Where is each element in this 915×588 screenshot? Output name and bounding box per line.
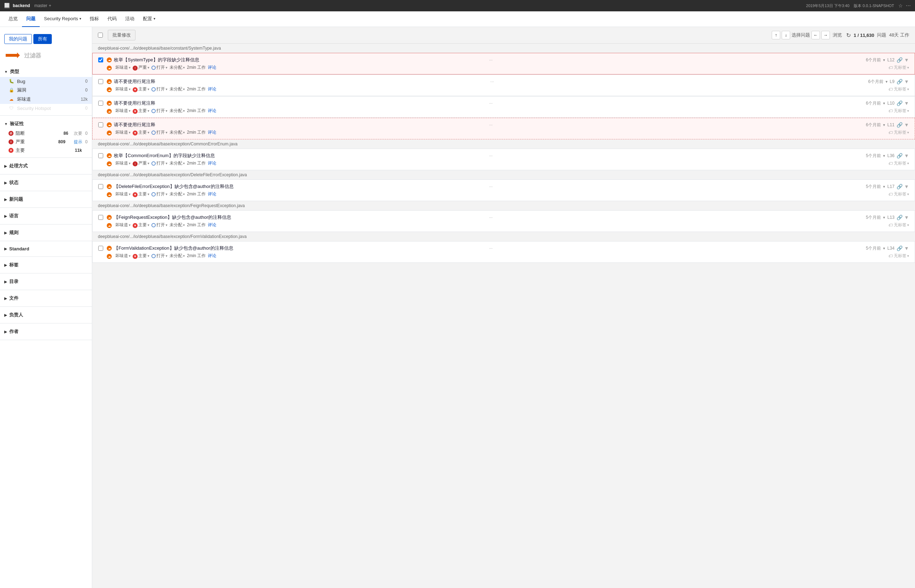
type-smell[interactable]: ☁ 坏味道 12k: [0, 95, 92, 104]
link-icon[interactable]: 🔗: [897, 57, 902, 63]
arrow-time-icon: ▾: [883, 153, 885, 158]
severity-blocker[interactable]: ⊘ 阻断 86 次要 0: [0, 129, 92, 137]
filter-icon[interactable]: ▼: [904, 153, 909, 158]
no-tag[interactable]: 🏷 无标签: [888, 86, 907, 92]
comment-link[interactable]: 评论: [208, 160, 216, 166]
no-tag[interactable]: 🏷 无标签: [888, 191, 907, 197]
nav-overview[interactable]: 总览: [4, 11, 22, 27]
nav-issues[interactable]: 问题: [22, 11, 40, 27]
all-tab[interactable]: 所有: [33, 34, 52, 44]
issue-checkbox[interactable]: [98, 79, 103, 84]
comment-link[interactable]: 评论: [208, 191, 216, 197]
section-header-语言[interactable]: ▶ 语言: [0, 211, 92, 221]
no-tag[interactable]: 🏷 无标签: [888, 222, 907, 228]
filter-icon[interactable]: ▼: [904, 122, 909, 128]
nav-left-button[interactable]: ←: [812, 31, 820, 39]
star-icon[interactable]: ☆: [898, 3, 903, 8]
filter-icon[interactable]: ▼: [904, 79, 909, 84]
issue-checkbox[interactable]: [98, 153, 103, 158]
section-header-标签[interactable]: ▶ 标签: [0, 260, 92, 270]
section-header-目录[interactable]: ▶ 目录: [0, 276, 92, 287]
issue-row[interactable]: ☁ 请不要使用行尾注释 ··· 6个月前 ▾ L9 🔗 ▼ ☁ 坏味道 ▾ ▼ …: [92, 74, 915, 96]
link-icon[interactable]: 🔗: [897, 153, 902, 158]
section-header-处理方式[interactable]: ▶ 处理方式: [0, 161, 92, 171]
issue-checkbox[interactable]: [98, 57, 103, 62]
comment-link[interactable]: 评论: [208, 129, 216, 136]
next-issue-button[interactable]: ↓: [782, 31, 790, 39]
more-options-icon[interactable]: ⋯: [906, 3, 911, 8]
link-icon[interactable]: 🔗: [897, 122, 902, 128]
issue-title: 【DeleteFileErrorException】缺少包含@author的注释…: [114, 183, 487, 190]
bulk-modify-button[interactable]: 批量修改: [108, 30, 136, 40]
issue-checkbox[interactable]: [98, 246, 103, 251]
no-tag[interactable]: 🏷 无标签: [888, 65, 907, 71]
issue-checkbox[interactable]: [98, 215, 103, 220]
select-all-checkbox[interactable]: [98, 32, 103, 37]
link-icon[interactable]: 🔗: [897, 246, 902, 251]
prev-issue-button[interactable]: ↑: [772, 31, 780, 39]
issue-checkbox[interactable]: [98, 184, 103, 189]
nav-metrics[interactable]: 指标: [86, 11, 103, 27]
type-vuln[interactable]: 🔒 漏洞 0: [0, 86, 92, 95]
my-issues-tab[interactable]: 我的问题: [4, 34, 32, 44]
status-label: 打开: [157, 86, 165, 92]
issue-row[interactable]: ☁ 枚举【CommonErrorEnum】的字段缺少注释信息 ··· 5个月前 …: [92, 149, 915, 170]
link-icon[interactable]: 🔗: [897, 100, 902, 106]
issue-extra[interactable]: ···: [489, 122, 492, 127]
issue-extra[interactable]: ···: [489, 153, 492, 158]
verify-section-header[interactable]: ▼ 验证性: [0, 118, 92, 129]
section-header-状态[interactable]: ▶ 状态: [0, 177, 92, 188]
section-header-负责人[interactable]: ▶ 负责人: [0, 310, 92, 320]
issue-row[interactable]: ☁ 请不要使用行尾注释 ··· 6个月前 ▾ L11 🔗 ▼ ☁ 坏味道 ▾ ▼…: [92, 118, 915, 139]
issue-extra[interactable]: ···: [489, 57, 492, 62]
comment-link[interactable]: 评论: [208, 222, 216, 228]
issue-row[interactable]: ☁ 【DeleteFileErrorException】缺少包含@author的…: [92, 179, 915, 201]
comment-link[interactable]: 评论: [208, 253, 216, 259]
section-header-文件[interactable]: ▶ 文件: [0, 293, 92, 304]
issue-extra[interactable]: ···: [489, 101, 492, 106]
issue-extra[interactable]: ···: [491, 79, 494, 84]
nav-right-button[interactable]: →: [821, 31, 830, 39]
status-label: 打开: [157, 65, 165, 71]
link-icon[interactable]: 🔗: [897, 79, 902, 84]
section-header-作者[interactable]: ▶ 作者: [0, 326, 92, 337]
no-tag[interactable]: 🏷 无标签: [888, 253, 907, 259]
section-header-规则[interactable]: ▶ 规则: [0, 227, 92, 238]
comment-link[interactable]: 评论: [208, 108, 216, 114]
no-tag[interactable]: 🏷 无标签: [888, 129, 907, 136]
type-section-header[interactable]: ▼ 类型: [0, 66, 92, 77]
severity-major[interactable]: ▼ 主要 11k: [0, 146, 92, 155]
nav-activity[interactable]: 活动: [121, 11, 139, 27]
issue-row[interactable]: ☁ 【FormValidationException】缺少包含@author的注…: [92, 241, 915, 263]
add-branch-button[interactable]: +: [48, 3, 51, 8]
issue-checkbox[interactable]: [98, 101, 103, 106]
filter-icon[interactable]: ▼: [904, 184, 909, 189]
filter-icon[interactable]: ▼: [904, 246, 909, 251]
severity-critical[interactable]: ! 严重 809 提示 0: [0, 137, 92, 146]
filter-icon[interactable]: ▼: [904, 100, 909, 106]
issue-checkbox[interactable]: [98, 122, 103, 127]
nav-config[interactable]: 配置 ▾: [139, 11, 160, 27]
nav-code[interactable]: 代码: [103, 11, 121, 27]
issue-row[interactable]: ☁ 请不要使用行尾注释 ··· 6个月前 ▾ L10 🔗 ▼ ☁ 坏味道 ▾ ▼…: [92, 96, 915, 118]
severity-label: 主要: [138, 129, 147, 136]
section-header-Standard[interactable]: ▶ Standard: [0, 244, 92, 254]
issue-extra[interactable]: ···: [489, 246, 492, 251]
issue-extra[interactable]: ···: [489, 184, 492, 189]
issue-row[interactable]: ☁ 枚举【SystemType】的字段缺少注释信息 ··· 6个月前 ▾ L12…: [92, 53, 915, 74]
no-tag[interactable]: 🏷 无标签: [888, 108, 907, 114]
issue-row[interactable]: ☁ 【FeignRequestException】缺少包含@author的注释信…: [92, 210, 915, 232]
main-layout: 我的问题 所有 过滤器 ▼ 类型 🐛 Bug: [0, 27, 915, 588]
link-icon[interactable]: 🔗: [897, 184, 902, 189]
issue-extra[interactable]: ···: [489, 215, 492, 220]
nav-security-reports[interactable]: Security Reports ▾: [40, 11, 86, 27]
link-icon[interactable]: 🔗: [897, 215, 902, 220]
filter-icon[interactable]: ▼: [904, 215, 909, 220]
no-tag[interactable]: 🏷 无标签: [888, 160, 907, 166]
comment-link[interactable]: 评论: [208, 65, 216, 71]
section-header-新问题[interactable]: ▶ 新问题: [0, 194, 92, 205]
refresh-icon[interactable]: ↻: [846, 32, 851, 39]
comment-link[interactable]: 评论: [208, 86, 216, 92]
filter-icon[interactable]: ▼: [904, 57, 909, 63]
type-bug[interactable]: 🐛 Bug 0: [0, 77, 92, 86]
